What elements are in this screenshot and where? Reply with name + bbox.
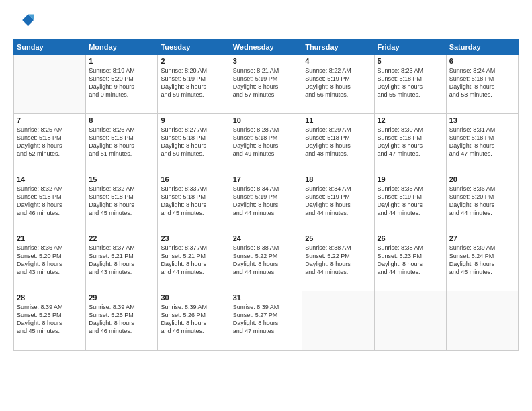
day-cell: 1Sunrise: 8:19 AM Sunset: 5:20 PM Daylig… xyxy=(86,55,158,114)
day-cell: 22Sunrise: 8:37 AM Sunset: 5:21 PM Dayli… xyxy=(86,232,158,291)
day-info: Sunrise: 8:29 AM Sunset: 5:18 PM Dayligh… xyxy=(305,126,371,158)
day-info: Sunrise: 8:38 AM Sunset: 5:22 PM Dayligh… xyxy=(305,244,371,277)
day-info: Sunrise: 8:37 AM Sunset: 5:21 PM Dayligh… xyxy=(89,244,154,277)
week-row-3: 14Sunrise: 8:32 AM Sunset: 5:18 PM Dayli… xyxy=(14,173,519,232)
day-info: Sunrise: 8:25 AM Sunset: 5:18 PM Dayligh… xyxy=(17,126,83,158)
day-cell xyxy=(374,291,446,351)
day-number: 19 xyxy=(378,175,443,183)
day-info: Sunrise: 8:32 AM Sunset: 5:18 PM Dayligh… xyxy=(89,185,154,218)
week-row-2: 7Sunrise: 8:25 AM Sunset: 5:18 PM Daylig… xyxy=(14,114,519,173)
day-info: Sunrise: 8:36 AM Sunset: 5:20 PM Dayligh… xyxy=(449,185,515,218)
logo xyxy=(13,11,34,32)
column-header-saturday: Saturday xyxy=(446,40,518,55)
day-info: Sunrise: 8:24 AM Sunset: 5:18 PM Dayligh… xyxy=(449,66,515,99)
day-number: 16 xyxy=(161,175,226,183)
day-info: Sunrise: 8:20 AM Sunset: 5:19 PM Dayligh… xyxy=(161,66,226,99)
day-cell: 31Sunrise: 8:39 AM Sunset: 5:27 PM Dayli… xyxy=(230,291,302,351)
column-header-friday: Friday xyxy=(374,40,446,55)
day-info: Sunrise: 8:39 AM Sunset: 5:25 PM Dayligh… xyxy=(89,303,154,336)
day-cell: 4Sunrise: 8:22 AM Sunset: 5:19 PM Daylig… xyxy=(302,55,374,114)
day-number: 15 xyxy=(89,175,154,183)
day-cell: 17Sunrise: 8:34 AM Sunset: 5:19 PM Dayli… xyxy=(230,173,302,232)
day-info: Sunrise: 8:38 AM Sunset: 5:22 PM Dayligh… xyxy=(233,244,299,277)
day-number: 27 xyxy=(449,234,515,242)
day-info: Sunrise: 8:35 AM Sunset: 5:19 PM Dayligh… xyxy=(378,185,443,218)
column-header-tuesday: Tuesday xyxy=(158,40,230,55)
day-number: 23 xyxy=(161,234,226,242)
day-cell: 29Sunrise: 8:39 AM Sunset: 5:25 PM Dayli… xyxy=(86,291,158,351)
day-cell: 15Sunrise: 8:32 AM Sunset: 5:18 PM Dayli… xyxy=(86,173,158,232)
day-cell: 26Sunrise: 8:38 AM Sunset: 5:23 PM Dayli… xyxy=(374,232,446,291)
day-info: Sunrise: 8:26 AM Sunset: 5:18 PM Dayligh… xyxy=(89,126,154,158)
day-info: Sunrise: 8:38 AM Sunset: 5:23 PM Dayligh… xyxy=(378,244,443,277)
day-number: 18 xyxy=(305,175,371,183)
day-number: 31 xyxy=(233,293,299,302)
day-number: 28 xyxy=(17,293,83,302)
day-cell: 7Sunrise: 8:25 AM Sunset: 5:18 PM Daylig… xyxy=(14,114,86,173)
day-number: 3 xyxy=(233,57,299,65)
day-number: 8 xyxy=(89,116,154,124)
day-number: 5 xyxy=(378,57,443,65)
page: SundayMondayTuesdayWednesdayThursdayFrid… xyxy=(0,0,532,411)
day-cell: 24Sunrise: 8:38 AM Sunset: 5:22 PM Dayli… xyxy=(230,232,302,291)
day-cell: 19Sunrise: 8:35 AM Sunset: 5:19 PM Dayli… xyxy=(374,173,446,232)
day-number: 25 xyxy=(305,234,371,242)
day-info: Sunrise: 8:34 AM Sunset: 5:19 PM Dayligh… xyxy=(233,185,299,218)
day-cell: 28Sunrise: 8:39 AM Sunset: 5:25 PM Dayli… xyxy=(14,291,86,351)
header-row: SundayMondayTuesdayWednesdayThursdayFrid… xyxy=(14,40,519,55)
day-number: 22 xyxy=(89,234,154,242)
day-cell: 6Sunrise: 8:24 AM Sunset: 5:18 PM Daylig… xyxy=(446,55,518,114)
column-header-sunday: Sunday xyxy=(14,40,86,55)
day-info: Sunrise: 8:31 AM Sunset: 5:18 PM Dayligh… xyxy=(449,126,515,158)
day-number: 26 xyxy=(378,234,443,242)
day-info: Sunrise: 8:22 AM Sunset: 5:19 PM Dayligh… xyxy=(305,66,371,99)
day-cell: 30Sunrise: 8:39 AM Sunset: 5:26 PM Dayli… xyxy=(158,291,230,351)
logo-icon xyxy=(15,11,34,30)
day-number: 24 xyxy=(233,234,299,242)
day-cell: 25Sunrise: 8:38 AM Sunset: 5:22 PM Dayli… xyxy=(302,232,374,291)
day-cell: 18Sunrise: 8:34 AM Sunset: 5:19 PM Dayli… xyxy=(302,173,374,232)
day-info: Sunrise: 8:39 AM Sunset: 5:27 PM Dayligh… xyxy=(233,303,299,336)
day-cell: 10Sunrise: 8:28 AM Sunset: 5:18 PM Dayli… xyxy=(230,114,302,173)
day-info: Sunrise: 8:23 AM Sunset: 5:18 PM Dayligh… xyxy=(378,66,443,99)
day-number: 11 xyxy=(305,116,371,124)
day-info: Sunrise: 8:27 AM Sunset: 5:18 PM Dayligh… xyxy=(161,126,226,158)
day-number: 13 xyxy=(449,116,515,124)
day-number: 10 xyxy=(233,116,299,124)
week-row-1: 1Sunrise: 8:19 AM Sunset: 5:20 PM Daylig… xyxy=(14,55,519,114)
day-number: 9 xyxy=(161,116,226,124)
day-cell: 9Sunrise: 8:27 AM Sunset: 5:18 PM Daylig… xyxy=(158,114,230,173)
day-number: 30 xyxy=(161,293,226,302)
day-number: 29 xyxy=(89,293,154,302)
week-row-5: 28Sunrise: 8:39 AM Sunset: 5:25 PM Dayli… xyxy=(14,291,519,351)
day-cell xyxy=(446,291,518,351)
day-number: 7 xyxy=(17,116,83,124)
day-number: 1 xyxy=(89,57,154,65)
day-cell: 11Sunrise: 8:29 AM Sunset: 5:18 PM Dayli… xyxy=(302,114,374,173)
day-cell: 21Sunrise: 8:36 AM Sunset: 5:20 PM Dayli… xyxy=(14,232,86,291)
day-info: Sunrise: 8:34 AM Sunset: 5:19 PM Dayligh… xyxy=(305,185,371,218)
day-info: Sunrise: 8:21 AM Sunset: 5:19 PM Dayligh… xyxy=(233,66,299,99)
day-number: 6 xyxy=(449,57,515,65)
day-cell: 8Sunrise: 8:26 AM Sunset: 5:18 PM Daylig… xyxy=(86,114,158,173)
header xyxy=(13,11,519,32)
day-cell: 2Sunrise: 8:20 AM Sunset: 5:19 PM Daylig… xyxy=(158,55,230,114)
day-info: Sunrise: 8:39 AM Sunset: 5:26 PM Dayligh… xyxy=(161,303,226,336)
day-cell xyxy=(302,291,374,351)
day-cell: 3Sunrise: 8:21 AM Sunset: 5:19 PM Daylig… xyxy=(230,55,302,114)
day-cell: 5Sunrise: 8:23 AM Sunset: 5:18 PM Daylig… xyxy=(374,55,446,114)
day-number: 21 xyxy=(17,234,83,242)
day-info: Sunrise: 8:39 AM Sunset: 5:24 PM Dayligh… xyxy=(449,244,515,277)
column-header-wednesday: Wednesday xyxy=(230,40,302,55)
day-info: Sunrise: 8:30 AM Sunset: 5:18 PM Dayligh… xyxy=(378,126,443,158)
day-number: 4 xyxy=(305,57,371,65)
day-cell: 14Sunrise: 8:32 AM Sunset: 5:18 PM Dayli… xyxy=(14,173,86,232)
column-header-thursday: Thursday xyxy=(302,40,374,55)
day-info: Sunrise: 8:33 AM Sunset: 5:18 PM Dayligh… xyxy=(161,185,226,218)
week-row-4: 21Sunrise: 8:36 AM Sunset: 5:20 PM Dayli… xyxy=(14,232,519,291)
day-info: Sunrise: 8:32 AM Sunset: 5:18 PM Dayligh… xyxy=(17,185,83,218)
day-number: 14 xyxy=(17,175,83,183)
calendar-body: 1Sunrise: 8:19 AM Sunset: 5:20 PM Daylig… xyxy=(14,55,519,351)
day-info: Sunrise: 8:19 AM Sunset: 5:20 PM Dayligh… xyxy=(89,66,154,99)
day-cell: 16Sunrise: 8:33 AM Sunset: 5:18 PM Dayli… xyxy=(158,173,230,232)
